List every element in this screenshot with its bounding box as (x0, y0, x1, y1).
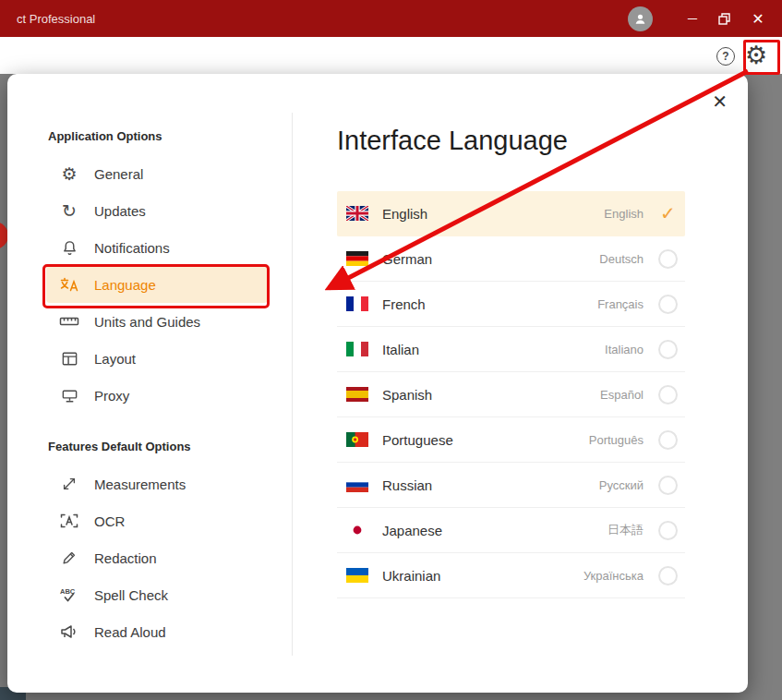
flag-russia-icon (346, 477, 368, 492)
language-native-name: Українська (583, 569, 644, 583)
person-icon (633, 12, 647, 26)
language-row-spanish[interactable]: Spanish Español (337, 372, 685, 417)
language-name: German (382, 251, 432, 267)
sidebar-section-heading: Application Options (48, 129, 268, 144)
sidebar-item-label: Proxy (94, 388, 129, 404)
dialog-close-button[interactable]: ✕ (712, 92, 728, 111)
sidebar-item-label: Units and Guides (94, 314, 200, 330)
language-native-name: Français (597, 297, 644, 311)
refresh-icon: ↻ (57, 200, 81, 222)
bell-icon (57, 239, 81, 257)
flag-ukraine-icon (346, 568, 368, 583)
language-native-name: English (604, 207, 644, 221)
settings-sidebar: Application Options ⚙ General ↻ Updates … (46, 129, 268, 650)
sidebar-item-label: Redaction (94, 550, 157, 566)
translate-icon (57, 276, 81, 293)
question-icon: ? (722, 50, 728, 63)
sidebar-item-updates[interactable]: ↻ Updates (46, 192, 268, 229)
language-radio[interactable] (658, 566, 678, 585)
title-bar: ct Professional ─ ✕ (0, 0, 782, 37)
language-row-italian[interactable]: Italian Italiano (337, 327, 685, 372)
language-row-portuguese[interactable]: Portuguese Português (337, 417, 685, 463)
language-name: English (382, 206, 427, 222)
language-radio[interactable] (658, 430, 678, 450)
language-row-japanese[interactable]: Japanese 日本語 (337, 508, 685, 553)
close-icon: ✕ (752, 10, 764, 28)
sidebar-item-label: Measurements (94, 477, 186, 492)
language-radio[interactable] (658, 476, 678, 495)
language-radio[interactable] (658, 521, 678, 540)
language-name: Spanish (382, 387, 432, 403)
spellcheck-icon: ABC (57, 586, 81, 603)
settings-dialog: ✕ Application Options ⚙ General ↻ Update… (7, 74, 748, 693)
sidebar-item-proxy[interactable]: Proxy (46, 377, 268, 414)
sidebar-item-label: OCR (94, 513, 125, 529)
redaction-pen-icon (57, 549, 81, 566)
language-native-name: Português (589, 433, 644, 447)
language-row-french[interactable]: French Français (337, 282, 685, 327)
layout-icon (57, 350, 81, 368)
sidebar-item-units-and-guides[interactable]: Units and Guides (46, 303, 268, 340)
language-native-name: Español (600, 388, 644, 402)
window-title: ct Professional (17, 12, 95, 26)
language-row-ukrainian[interactable]: Ukrainian Українська (337, 553, 685, 598)
flag-italy-icon (346, 342, 368, 356)
sidebar-item-spell-check[interactable]: ABC Spell Check (46, 576, 268, 613)
check-icon: ✓ (658, 202, 678, 224)
language-name: Russian (382, 477, 432, 493)
language-radio[interactable] (658, 249, 678, 269)
sidebar-item-general[interactable]: ⚙ General (46, 155, 268, 192)
sidebar-item-label: Spell Check (94, 587, 168, 603)
user-avatar[interactable] (628, 6, 653, 31)
app-toolbar: ? ⚙ (0, 37, 782, 74)
ocr-icon (57, 513, 81, 529)
window-controls: ─ ✕ (628, 0, 782, 37)
flag-portugal-icon (346, 432, 368, 447)
language-radio[interactable] (658, 295, 678, 314)
sidebar-divider (292, 113, 293, 656)
flag-uk-icon (346, 206, 368, 221)
language-name: Portuguese (382, 432, 453, 448)
language-name: Ukrainian (382, 568, 440, 584)
language-row-russian[interactable]: Russian Русский (337, 463, 685, 508)
minimize-button[interactable]: ─ (677, 0, 708, 37)
page-title: Interface Language (337, 126, 568, 156)
sidebar-item-language[interactable]: Language (46, 266, 268, 303)
language-name: Japanese (382, 523, 442, 538)
proxy-icon (57, 387, 81, 404)
language-radio[interactable] (658, 340, 678, 359)
language-name: Italian (382, 342, 419, 357)
language-name: French (382, 296, 426, 312)
language-native-name: 日本語 (608, 522, 644, 538)
help-button[interactable]: ? (716, 47, 735, 66)
gear-icon: ⚙ (745, 41, 767, 70)
ruler-icon (57, 313, 81, 330)
settings-button[interactable]: ⚙ (741, 41, 771, 70)
language-row-english[interactable]: English English ✓ (337, 191, 685, 236)
flag-france-icon (346, 296, 368, 311)
flag-japan-icon (346, 523, 368, 537)
sidebar-item-label: Language (94, 277, 156, 293)
restore-button[interactable] (708, 0, 740, 37)
language-radio[interactable] (658, 385, 678, 404)
read-aloud-speaker-icon (57, 623, 81, 640)
sidebar-item-label: Updates (94, 203, 146, 219)
language-native-name: Русский (599, 478, 644, 492)
language-row-german[interactable]: German Deutsch (337, 236, 685, 282)
sidebar-item-label: Notifications (94, 240, 170, 256)
sidebar-item-notifications[interactable]: Notifications (46, 229, 268, 266)
sidebar-item-label: Layout (94, 351, 136, 367)
sidebar-item-ocr[interactable]: OCR (46, 502, 268, 539)
measure-arrow-icon (57, 476, 81, 492)
sidebar-item-layout[interactable]: Layout (46, 340, 268, 377)
flag-spain-icon (346, 387, 368, 402)
close-window-button[interactable]: ✕ (740, 0, 776, 37)
minimize-icon: ─ (688, 11, 697, 26)
sidebar-item-redaction[interactable]: Redaction (46, 539, 268, 576)
sidebar-item-label: Read Aloud (94, 624, 166, 640)
sidebar-item-read-aloud[interactable]: Read Aloud (46, 613, 268, 650)
flag-germany-icon (346, 251, 368, 266)
sidebar-item-measurements[interactable]: Measurements (46, 465, 268, 502)
language-native-name: Italiano (605, 343, 644, 356)
sidebar-item-label: General (94, 166, 143, 182)
